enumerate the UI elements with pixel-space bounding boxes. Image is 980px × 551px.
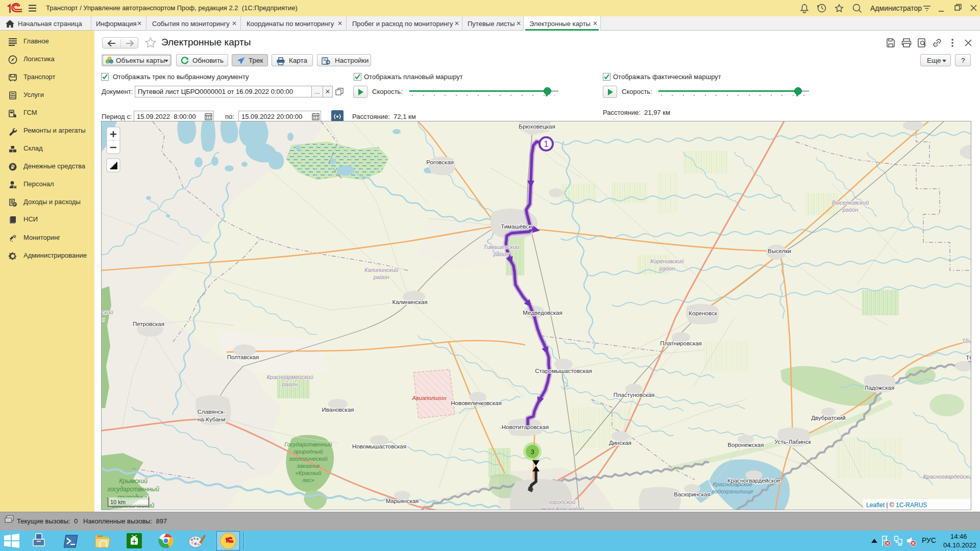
svg-text:3: 3 [530,448,534,456]
svg-text:лес»: лес» [302,477,314,483]
svg-text:Администратор: Администратор [870,4,922,12]
svg-text:Новомышастовская: Новомышастовская [352,443,406,449]
svg-text:округ Краснодар: округ Краснодар [540,506,584,510]
svg-text:Выселковский: Выселковский [832,199,869,206]
svg-text:Роговская: Роговская [426,159,454,165]
svg-text:Leaflet | © 1C-RARUS: Leaflet | © 1C-RARUS [866,502,927,509]
svg-text:водохранилище: водохранилище [712,488,753,494]
svg-text:Петровская: Петровская [133,321,164,327]
svg-text:заказник: заказник [297,463,320,469]
svg-text:Калининский: Калининский [364,267,398,273]
svg-text:Динская: Динская [609,440,631,446]
svg-text:природный: природный [294,448,323,455]
svg-text:Васюринская: Васюринская [674,491,710,497]
svg-text:район: район [493,251,509,257]
svg-text:Выселки: Выселки [768,248,791,254]
svg-text:ский: ский [102,309,113,315]
svg-text:Государственный: Государственный [284,441,332,447]
svg-text:Кореновск: Кореновск [689,310,717,316]
svg-text:Двубратский: Двубратский [811,415,845,421]
svg-text:на-Кубани: на-Кубани [198,416,226,422]
svg-text:район: район [282,381,298,387]
svg-text:1: 1 [544,139,548,149]
svg-text:«Красный: «Красный [296,470,322,476]
svg-text:Кореновский: Кореновский [650,258,683,264]
svg-text:Авиаполигон: Авиаполигон [412,395,447,401]
svg-text:₽: ₽ [11,164,15,170]
svg-text:район: район [659,265,675,271]
svg-text:Воронежская: Воронежская [728,442,764,448]
svg-text:Медведовская: Медведовская [523,310,562,316]
svg-text:Славянск-: Славянск- [198,409,226,415]
svg-text:Тимашёвский: Тимашёвский [483,244,519,250]
svg-text:зоологический: зоологический [288,456,327,462]
svg-text:Пластуновская: Пластуновская [614,392,655,398]
svg-text:Новотитаровская: Новотитаровская [502,424,549,430]
svg-text:10 km: 10 km [110,499,126,505]
svg-text:Старомышастовская: Старомышастовская [535,368,592,374]
svg-text:Тб: Тб [966,355,971,361]
svg-text:Тби: Тби [962,338,971,344]
svg-text:Тимашёвск: Тимашёвск [501,223,532,230]
svg-text:район: район [373,274,389,280]
svg-text:Калининская: Калининская [392,299,427,305]
svg-text:Красноармейский: Красноармейский [266,374,313,380]
svg-text:государственный: государственный [107,486,159,493]
svg-text:Ивановская: Ивановская [322,407,354,413]
svg-text:Усть-Лабинск: Усть-Лабинск [774,439,811,445]
svg-text:Крымский: Крымский [119,478,148,485]
svg-text:Красногвардейский: Красногвардейский [923,473,971,480]
svg-text:Ладожская: Ладожская [865,385,894,391]
svg-text:Брюховецкая: Брюховецкая [519,123,555,130]
svg-text:₽: ₽ [13,203,16,206]
svg-text:Полтавская: Полтавская [227,354,259,360]
svg-text:Платнировская: Платнировская [660,340,702,346]
svg-text:Нововеличковская: Нововеличковская [451,400,501,406]
svg-text:Марьянская: Марьянская [386,498,419,504]
svg-text:городской: городской [549,499,576,505]
svg-text:район: район [842,207,859,213]
svg-text:Краснодарское: Краснодарское [713,481,752,487]
svg-text:Р: Р [14,185,16,188]
svg-text:н: н [102,316,105,322]
